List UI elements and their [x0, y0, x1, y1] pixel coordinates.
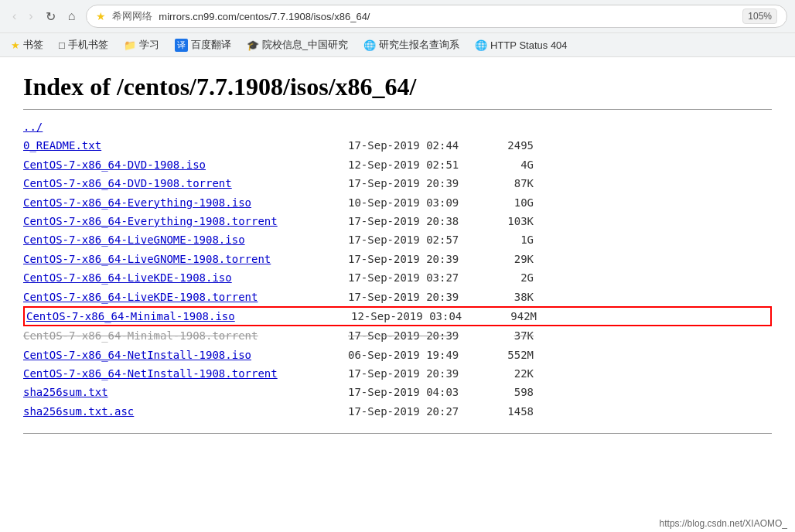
- nav-bar: ‹ › ↻ ⌂ ★ 希网网络 mirrors.cn99.com/centos/7…: [0, 0, 795, 32]
- file-link[interactable]: CentOS-7-x86_64-DVD-1908.iso: [23, 156, 348, 173]
- file-size: 29K: [487, 251, 534, 268]
- bookmark-label: 手机书签: [68, 38, 108, 52]
- file-link[interactable]: 0_README.txt: [23, 137, 348, 154]
- bookmark-label: 学习: [139, 38, 159, 52]
- file-size: 4G: [487, 156, 534, 173]
- bookmark-study[interactable]: 📁 学习: [121, 36, 162, 53]
- file-row: ../: [23, 118, 772, 136]
- favorite-star-icon: ★: [96, 10, 106, 22]
- file-link[interactable]: CentOS-7-x86_64-LiveGNOME-1908.iso: [23, 231, 348, 248]
- file-listing: ../ 0_README.txt 17-Sep-2019 02:44 2495 …: [23, 118, 772, 421]
- file-link[interactable]: CentOS-7-x86_64-DVD-1908.torrent: [23, 175, 348, 192]
- file-date: 06-Sep-2019 19:49: [348, 346, 487, 363]
- file-date: 17-Sep-2019 20:39: [348, 327, 487, 344]
- file-size: 552M: [487, 346, 534, 363]
- file-row: CentOS-7-x86_64-LiveKDE-1908.torrent 17-…: [23, 288, 772, 306]
- file-size: 2G: [487, 269, 534, 286]
- site-name-label: 希网网络: [112, 9, 152, 23]
- bookmark-label: 书签: [23, 38, 43, 52]
- file-size: 2495: [487, 137, 534, 154]
- file-row: CentOS-7-x86_64-DVD-1908.torrent 17-Sep-…: [23, 174, 772, 193]
- bookmark-label: 研究生报名查询系: [379, 38, 459, 52]
- bookmark-label: 院校信息_中国研究: [262, 38, 348, 52]
- file-row: CentOS-7-x86_64-LiveGNOME-1908.torrent 1…: [23, 250, 772, 268]
- address-bar[interactable]: ★ 希网网络 mirrors.cn99.com/centos/7.7.1908/…: [86, 5, 787, 28]
- file-date: 17-Sep-2019 20:39: [348, 251, 487, 268]
- highlighted-file-row: CentOS-7-x86_64-Minimal-1908.iso 12-Sep-…: [23, 306, 772, 326]
- bookmark-translate[interactable]: 译 百度翻译: [172, 36, 234, 53]
- bookmark-mobile[interactable]: □ 手机书签: [56, 36, 111, 53]
- refresh-button[interactable]: ↻: [41, 6, 60, 27]
- forward-button[interactable]: ›: [24, 6, 37, 27]
- file-date: 17-Sep-2019 20:39: [348, 175, 487, 192]
- file-size: 37K: [487, 327, 534, 344]
- minimal-iso-link[interactable]: CentOS-7-x86_64-Minimal-1908.iso: [26, 308, 351, 325]
- zoom-level: 105%: [742, 9, 777, 24]
- bookmark-label: 百度翻译: [191, 38, 231, 52]
- file-size: 942M: [490, 308, 537, 325]
- file-row: CentOS-7-x86_64-Everything-1908.iso 10-S…: [23, 193, 772, 212]
- file-date: 17-Sep-2019 02:57: [348, 231, 487, 248]
- nav-buttons: ‹ › ↻ ⌂: [8, 6, 80, 27]
- file-link[interactable]: CentOS-7-x86_64-Everything-1908.torrent: [23, 213, 348, 230]
- bookmark-graduate[interactable]: 🌐 研究生报名查询系: [360, 36, 462, 53]
- file-date: 17-Sep-2019 20:39: [348, 288, 487, 305]
- bookmark-label: HTTP Status 404: [490, 39, 567, 51]
- page-content: Index of /centos/7.7.1908/isos/x86_64/ .…: [0, 57, 795, 506]
- globe-icon: 🌐: [363, 39, 376, 51]
- page-title: Index of /centos/7.7.1908/isos/x86_64/: [23, 73, 772, 101]
- file-row: CentOS-7-x86_64-DVD-1908.iso 12-Sep-2019…: [23, 155, 772, 174]
- file-link[interactable]: CentOS-7-x86_64-Everything-1908.iso: [23, 194, 348, 211]
- browser-chrome: ‹ › ↻ ⌂ ★ 希网网络 mirrors.cn99.com/centos/7…: [0, 0, 795, 57]
- file-row: CentOS-7-x86_64-LiveGNOME-1908.iso 17-Se…: [23, 230, 772, 249]
- globe2-icon: 🌐: [475, 39, 487, 51]
- back-button[interactable]: ‹: [8, 6, 21, 27]
- file-row: sha256sum.txt 17-Sep-2019 04:03 598: [23, 383, 772, 401]
- file-link[interactable]: CentOS-7-x86_64-NetInstall-1908.torrent: [23, 365, 348, 382]
- file-date: 17-Sep-2019 20:39: [348, 365, 487, 382]
- file-date: 12-Sep-2019 02:51: [348, 156, 487, 173]
- file-size: 10G: [487, 194, 534, 211]
- school-icon: 🎓: [247, 39, 259, 51]
- title-divider: [23, 109, 772, 110]
- file-date: 12-Sep-2019 03:04: [351, 308, 490, 325]
- file-link[interactable]: CentOS-7-x86_64-LiveKDE-1908.iso: [23, 269, 348, 286]
- file-row: CentOS-7-x86_64-LiveKDE-1908.iso 17-Sep-…: [23, 268, 772, 287]
- file-link[interactable]: CentOS-7-x86_64-NetInstall-1908.iso: [23, 346, 348, 363]
- file-size: 1458: [487, 403, 534, 420]
- bookmarks-bar: ★ 书签 □ 手机书签 📁 学习 译 百度翻译 🎓 院校信息_中国研究 🌐 研究…: [0, 32, 795, 56]
- file-row: CentOS-7-x86_64-NetInstall-1908.iso 06-S…: [23, 346, 772, 364]
- file-link[interactable]: CentOS-7-x86_64-LiveGNOME-1908.torrent: [23, 251, 348, 268]
- file-date: 17-Sep-2019 20:38: [348, 213, 487, 230]
- folder-icon: 📁: [124, 39, 136, 51]
- file-row: CentOS-7-x86_64-NetInstall-1908.torrent …: [23, 364, 772, 383]
- translate-icon: 译: [175, 39, 188, 52]
- file-row: CentOS-7-x86_64-Minimal-1908.torrent 17-…: [23, 326, 772, 345]
- file-row: sha256sum.txt.asc 17-Sep-2019 20:27 1458: [23, 402, 772, 421]
- file-row: 0_README.txt 17-Sep-2019 02:44 2495: [23, 136, 772, 155]
- file-size: 87K: [487, 175, 534, 192]
- file-link[interactable]: CentOS-7-x86_64-Minimal-1908.torrent: [23, 327, 348, 344]
- file-date: 17-Sep-2019 03:27: [348, 269, 487, 286]
- file-size: 38K: [487, 288, 534, 305]
- file-date: 17-Sep-2019 02:44: [348, 137, 487, 154]
- mobile-icon: □: [59, 39, 65, 51]
- file-row: CentOS-7-x86_64-Everything-1908.torrent …: [23, 212, 772, 230]
- home-button[interactable]: ⌂: [63, 6, 80, 27]
- file-date: 10-Sep-2019 03:09: [348, 194, 487, 211]
- file-link[interactable]: CentOS-7-x86_64-LiveKDE-1908.torrent: [23, 288, 348, 305]
- file-size: 1G: [487, 231, 534, 248]
- bookmark-school[interactable]: 🎓 院校信息_中国研究: [244, 36, 351, 53]
- star-icon: ★: [11, 39, 20, 51]
- url-text: mirrors.cn99.com/centos/7.7.1908/isos/x8…: [159, 11, 736, 22]
- file-date: 17-Sep-2019 04:03: [348, 384, 487, 401]
- file-size: 598: [487, 384, 534, 401]
- file-size: 22K: [487, 365, 534, 382]
- bookmark-star[interactable]: ★ 书签: [8, 36, 46, 53]
- file-link[interactable]: sha256sum.txt.asc: [23, 403, 348, 420]
- bottom-divider: [23, 433, 772, 434]
- file-link[interactable]: sha256sum.txt: [23, 384, 348, 401]
- bookmark-http404[interactable]: 🌐 HTTP Status 404: [472, 38, 570, 53]
- parent-dir-link[interactable]: ../: [23, 118, 43, 135]
- file-size: 103K: [487, 213, 534, 230]
